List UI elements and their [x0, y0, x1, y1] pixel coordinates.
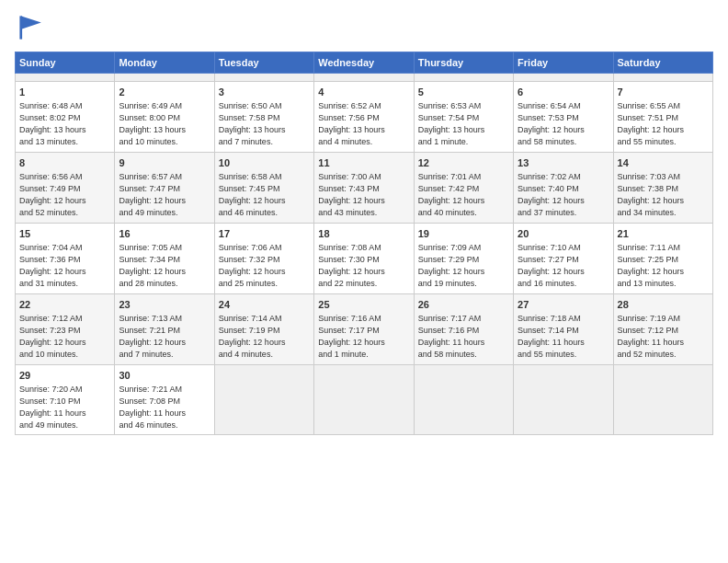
day-content: Sunrise: 7:14 AM Sunset: 7:19 PM Dayligh…	[219, 314, 286, 359]
column-header-saturday: Saturday	[613, 52, 712, 74]
day-number: 5	[418, 86, 509, 99]
week-row-3: 15Sunrise: 7:04 AM Sunset: 7:36 PM Dayli…	[16, 223, 713, 293]
day-content: Sunrise: 6:50 AM Sunset: 7:58 PM Dayligh…	[219, 101, 286, 146]
day-number: 17	[219, 227, 310, 241]
day-content: Sunrise: 7:03 AM Sunset: 7:38 PM Dayligh…	[618, 172, 685, 217]
calendar-cell: 21Sunrise: 7:11 AM Sunset: 7:25 PM Dayli…	[613, 223, 712, 293]
day-number: 4	[318, 86, 409, 99]
day-content: Sunrise: 7:20 AM Sunset: 7:10 PM Dayligh…	[19, 385, 86, 430]
calendar-cell: 29Sunrise: 7:20 AM Sunset: 7:10 PM Dayli…	[16, 364, 115, 435]
calendar-cell	[514, 364, 613, 435]
calendar-cell: 5Sunrise: 6:53 AM Sunset: 7:54 PM Daylig…	[414, 82, 513, 153]
calendar-cell	[115, 74, 214, 82]
week-row-5: 29Sunrise: 7:20 AM Sunset: 7:10 PM Dayli…	[16, 364, 713, 435]
day-number: 30	[119, 369, 210, 383]
calendar-cell: 9Sunrise: 6:57 AM Sunset: 7:47 PM Daylig…	[115, 152, 214, 223]
day-content: Sunrise: 7:16 AM Sunset: 7:17 PM Dayligh…	[318, 314, 385, 359]
day-content: Sunrise: 7:12 AM Sunset: 7:23 PM Dayligh…	[19, 314, 86, 359]
logo	[15, 11, 50, 44]
calendar-cell: 13Sunrise: 7:02 AM Sunset: 7:40 PM Dayli…	[514, 152, 613, 223]
calendar-cell: 28Sunrise: 7:19 AM Sunset: 7:12 PM Dayli…	[613, 293, 712, 364]
calendar-cell: 10Sunrise: 6:58 AM Sunset: 7:45 PM Dayli…	[214, 152, 313, 223]
calendar-cell: 19Sunrise: 7:09 AM Sunset: 7:29 PM Dayli…	[414, 223, 513, 293]
day-number: 2	[119, 86, 210, 99]
day-number: 21	[618, 227, 709, 241]
day-content: Sunrise: 7:11 AM Sunset: 7:25 PM Dayligh…	[618, 243, 685, 288]
week-row-1: 1Sunrise: 6:48 AM Sunset: 8:02 PM Daylig…	[16, 82, 713, 153]
column-header-friday: Friday	[514, 52, 613, 74]
svg-rect-1	[19, 16, 22, 39]
day-content: Sunrise: 6:53 AM Sunset: 7:54 PM Dayligh…	[418, 101, 485, 146]
day-number: 22	[19, 298, 110, 312]
day-content: Sunrise: 6:55 AM Sunset: 7:51 PM Dayligh…	[618, 101, 685, 146]
svg-marker-0	[21, 16, 41, 29]
day-number: 25	[318, 298, 409, 312]
calendar-cell	[414, 74, 513, 82]
calendar-cell: 1Sunrise: 6:48 AM Sunset: 8:02 PM Daylig…	[16, 82, 115, 153]
day-content: Sunrise: 7:09 AM Sunset: 7:29 PM Dayligh…	[418, 243, 485, 288]
day-number: 9	[119, 156, 210, 170]
day-content: Sunrise: 6:49 AM Sunset: 8:00 PM Dayligh…	[119, 101, 186, 146]
day-content: Sunrise: 7:21 AM Sunset: 7:08 PM Dayligh…	[119, 385, 186, 430]
day-number: 23	[119, 298, 210, 312]
day-number: 28	[618, 298, 709, 312]
day-content: Sunrise: 7:10 AM Sunset: 7:27 PM Dayligh…	[518, 243, 585, 288]
day-content: Sunrise: 7:18 AM Sunset: 7:14 PM Dayligh…	[518, 314, 585, 359]
day-content: Sunrise: 7:01 AM Sunset: 7:42 PM Dayligh…	[418, 172, 485, 217]
calendar-cell	[16, 74, 115, 82]
calendar-cell: 4Sunrise: 6:52 AM Sunset: 7:56 PM Daylig…	[314, 82, 414, 153]
calendar-cell: 3Sunrise: 6:50 AM Sunset: 7:58 PM Daylig…	[214, 82, 313, 153]
day-number: 16	[119, 227, 210, 241]
week-row-0	[16, 74, 713, 82]
calendar-cell: 30Sunrise: 7:21 AM Sunset: 7:08 PM Dayli…	[115, 364, 214, 435]
day-content: Sunrise: 7:13 AM Sunset: 7:21 PM Dayligh…	[119, 314, 186, 359]
calendar-cell: 16Sunrise: 7:05 AM Sunset: 7:34 PM Dayli…	[115, 223, 214, 293]
day-number: 19	[418, 227, 509, 241]
calendar-cell	[214, 364, 313, 435]
week-row-2: 8Sunrise: 6:56 AM Sunset: 7:49 PM Daylig…	[16, 152, 713, 223]
day-number: 26	[418, 298, 509, 312]
calendar-cell: 27Sunrise: 7:18 AM Sunset: 7:14 PM Dayli…	[514, 293, 613, 364]
calendar-cell: 24Sunrise: 7:14 AM Sunset: 7:19 PM Dayli…	[214, 293, 313, 364]
page-container: SundayMondayTuesdayWednesdayThursdayFrid…	[0, 0, 728, 442]
day-content: Sunrise: 6:52 AM Sunset: 7:56 PM Dayligh…	[318, 101, 385, 146]
column-header-monday: Monday	[115, 52, 214, 74]
day-number: 27	[518, 298, 609, 312]
calendar-cell: 23Sunrise: 7:13 AM Sunset: 7:21 PM Dayli…	[115, 293, 214, 364]
day-content: Sunrise: 6:54 AM Sunset: 7:53 PM Dayligh…	[518, 101, 585, 146]
day-number: 8	[19, 156, 110, 170]
calendar-cell	[214, 74, 313, 82]
calendar-cell: 2Sunrise: 6:49 AM Sunset: 8:00 PM Daylig…	[115, 82, 214, 153]
header-row: SundayMondayTuesdayWednesdayThursdayFrid…	[16, 52, 713, 74]
calendar-cell: 6Sunrise: 6:54 AM Sunset: 7:53 PM Daylig…	[514, 82, 613, 153]
day-number: 3	[219, 86, 310, 99]
day-number: 1	[19, 86, 110, 99]
day-content: Sunrise: 7:05 AM Sunset: 7:34 PM Dayligh…	[119, 243, 186, 288]
calendar-cell: 15Sunrise: 7:04 AM Sunset: 7:36 PM Dayli…	[16, 223, 115, 293]
day-content: Sunrise: 7:02 AM Sunset: 7:40 PM Dayligh…	[518, 172, 585, 217]
day-number: 29	[19, 369, 110, 383]
day-content: Sunrise: 7:08 AM Sunset: 7:30 PM Dayligh…	[318, 243, 385, 288]
calendar-cell: 18Sunrise: 7:08 AM Sunset: 7:30 PM Dayli…	[314, 223, 414, 293]
column-header-sunday: Sunday	[16, 52, 115, 74]
day-number: 14	[618, 156, 709, 170]
day-content: Sunrise: 6:58 AM Sunset: 7:45 PM Dayligh…	[219, 172, 286, 217]
calendar-cell: 7Sunrise: 6:55 AM Sunset: 7:51 PM Daylig…	[613, 82, 712, 153]
page-header	[15, 11, 713, 44]
day-content: Sunrise: 6:48 AM Sunset: 8:02 PM Dayligh…	[19, 101, 86, 146]
day-content: Sunrise: 7:00 AM Sunset: 7:43 PM Dayligh…	[318, 172, 385, 217]
day-number: 15	[19, 227, 110, 241]
week-row-4: 22Sunrise: 7:12 AM Sunset: 7:23 PM Dayli…	[16, 293, 713, 364]
day-number: 18	[318, 227, 409, 241]
calendar-cell: 22Sunrise: 7:12 AM Sunset: 7:23 PM Dayli…	[16, 293, 115, 364]
column-header-thursday: Thursday	[414, 52, 513, 74]
calendar-cell: 26Sunrise: 7:17 AM Sunset: 7:16 PM Dayli…	[414, 293, 513, 364]
calendar-cell	[314, 364, 414, 435]
day-number: 20	[518, 227, 609, 241]
calendar-cell	[613, 74, 712, 82]
day-content: Sunrise: 7:17 AM Sunset: 7:16 PM Dayligh…	[418, 314, 485, 359]
calendar-cell: 25Sunrise: 7:16 AM Sunset: 7:17 PM Dayli…	[314, 293, 414, 364]
day-content: Sunrise: 7:06 AM Sunset: 7:32 PM Dayligh…	[219, 243, 286, 288]
calendar-cell: 11Sunrise: 7:00 AM Sunset: 7:43 PM Dayli…	[314, 152, 414, 223]
calendar-cell	[314, 74, 414, 82]
